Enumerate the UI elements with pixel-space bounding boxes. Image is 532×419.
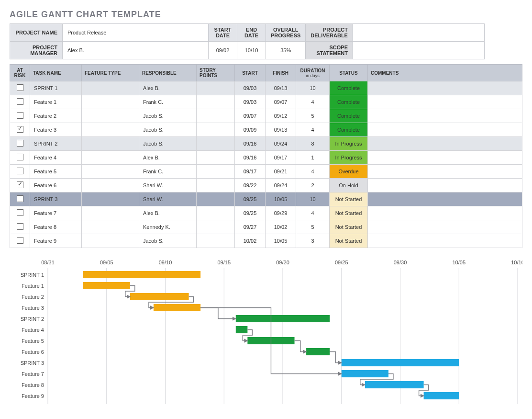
- start-cell[interactable]: 09/22: [235, 179, 266, 193]
- value-start-date[interactable]: 09/02: [209, 42, 237, 59]
- status-cell[interactable]: Not Started: [330, 220, 368, 234]
- at-risk-checkbox[interactable]: [17, 181, 23, 188]
- start-cell[interactable]: 09/25: [235, 193, 266, 206]
- at-risk-checkbox[interactable]: [17, 126, 23, 133]
- status-cell[interactable]: Not Started: [330, 234, 368, 248]
- status-cell[interactable]: Complete: [330, 109, 368, 123]
- status-cell[interactable]: Complete: [330, 95, 368, 109]
- value-end-date[interactable]: 10/10: [237, 42, 266, 59]
- table-row[interactable]: Feature 1Frank C.09/0309/074Complete: [10, 95, 522, 109]
- finish-cell[interactable]: 09/13: [266, 123, 296, 137]
- table-row[interactable]: Feature 2Jacob S.09/0709/125Complete: [10, 109, 522, 123]
- feature-type-cell[interactable]: [82, 137, 139, 151]
- story-points-cell[interactable]: [197, 220, 235, 234]
- feature-type-cell[interactable]: [82, 234, 139, 248]
- comments-cell[interactable]: [368, 206, 522, 220]
- table-row[interactable]: Feature 3Jacob S.09/0909/134Complete: [10, 123, 522, 137]
- responsible-cell[interactable]: Jacob S.: [139, 234, 197, 248]
- start-cell[interactable]: 09/16: [235, 151, 266, 165]
- comments-cell[interactable]: [368, 137, 522, 151]
- status-cell[interactable]: Complete: [330, 81, 368, 95]
- feature-type-cell[interactable]: [82, 193, 139, 206]
- at-risk-checkbox[interactable]: [17, 195, 23, 202]
- at-risk-checkbox[interactable]: [17, 112, 23, 119]
- comments-cell[interactable]: [368, 165, 522, 179]
- status-cell[interactable]: Complete: [330, 123, 368, 137]
- responsible-cell[interactable]: Frank C.: [139, 165, 197, 179]
- value-project-manager[interactable]: Alex B.: [63, 42, 209, 59]
- responsible-cell[interactable]: Alex B.: [139, 206, 197, 220]
- comments-cell[interactable]: [368, 109, 522, 123]
- finish-cell[interactable]: 10/05: [266, 193, 296, 206]
- feature-type-cell[interactable]: [82, 81, 139, 95]
- start-cell[interactable]: 09/03: [235, 81, 266, 95]
- responsible-cell[interactable]: Alex B.: [139, 81, 197, 95]
- responsible-cell[interactable]: Shari W.: [139, 179, 197, 193]
- value-project-deliverable[interactable]: [353, 24, 484, 42]
- start-cell[interactable]: 09/25: [235, 206, 266, 220]
- story-points-cell[interactable]: [197, 137, 235, 151]
- story-points-cell[interactable]: [197, 165, 235, 179]
- status-cell[interactable]: In Progress: [330, 137, 368, 151]
- finish-cell[interactable]: 09/24: [266, 179, 296, 193]
- story-points-cell[interactable]: [197, 151, 235, 165]
- finish-cell[interactable]: 10/05: [266, 234, 296, 248]
- feature-type-cell[interactable]: [82, 123, 139, 137]
- at-risk-checkbox[interactable]: [17, 140, 23, 147]
- at-risk-checkbox[interactable]: [17, 168, 23, 174]
- comments-cell[interactable]: [368, 81, 522, 95]
- table-row[interactable]: Feature 5Frank C.09/1709/214Overdue: [10, 165, 522, 179]
- story-points-cell[interactable]: [197, 81, 235, 95]
- at-risk-checkbox[interactable]: [17, 223, 23, 230]
- value-scope-statement[interactable]: [353, 42, 484, 59]
- feature-type-cell[interactable]: [82, 220, 139, 234]
- status-cell[interactable]: Not Started: [330, 206, 368, 220]
- comments-cell[interactable]: [368, 220, 522, 234]
- feature-type-cell[interactable]: [82, 179, 139, 193]
- table-row[interactable]: Feature 8Kennedy K.09/2710/025Not Starte…: [10, 220, 522, 234]
- finish-cell[interactable]: 09/24: [266, 137, 296, 151]
- value-overall-progress[interactable]: 35%: [266, 42, 306, 59]
- story-points-cell[interactable]: [197, 109, 235, 123]
- responsible-cell[interactable]: Alex B.: [139, 151, 197, 165]
- responsible-cell[interactable]: Kennedy K.: [139, 220, 197, 234]
- at-risk-checkbox[interactable]: [17, 84, 23, 91]
- start-cell[interactable]: 09/17: [235, 165, 266, 179]
- feature-type-cell[interactable]: [82, 151, 139, 165]
- finish-cell[interactable]: 09/21: [266, 165, 296, 179]
- comments-cell[interactable]: [368, 123, 522, 137]
- start-cell[interactable]: 10/02: [235, 234, 266, 248]
- status-cell[interactable]: Overdue: [330, 165, 368, 179]
- finish-cell[interactable]: 09/12: [266, 109, 296, 123]
- story-points-cell[interactable]: [197, 193, 235, 206]
- comments-cell[interactable]: [368, 95, 522, 109]
- comments-cell[interactable]: [368, 234, 522, 248]
- comments-cell[interactable]: [368, 151, 522, 165]
- finish-cell[interactable]: 09/07: [266, 95, 296, 109]
- at-risk-checkbox[interactable]: [17, 154, 23, 160]
- table-row[interactable]: SPRINT 3Shari W.09/2510/0510Not Started: [10, 193, 522, 206]
- feature-type-cell[interactable]: [82, 165, 139, 179]
- story-points-cell[interactable]: [197, 234, 235, 248]
- status-cell[interactable]: In Progress: [330, 151, 368, 165]
- status-cell[interactable]: On Hold: [330, 179, 368, 193]
- table-row[interactable]: SPRINT 1Alex B.09/0309/1310Complete: [10, 81, 522, 95]
- story-points-cell[interactable]: [197, 95, 235, 109]
- story-points-cell[interactable]: [197, 206, 235, 220]
- start-cell[interactable]: 09/16: [235, 137, 266, 151]
- table-row[interactable]: Feature 7Alex B.09/2509/294Not Started: [10, 206, 522, 220]
- start-cell[interactable]: 09/09: [235, 123, 266, 137]
- responsible-cell[interactable]: Shari W.: [139, 193, 197, 206]
- value-project-name[interactable]: Product Release: [63, 24, 209, 42]
- story-points-cell[interactable]: [197, 179, 235, 193]
- responsible-cell[interactable]: Jacob S.: [139, 123, 197, 137]
- feature-type-cell[interactable]: [82, 206, 139, 220]
- feature-type-cell[interactable]: [82, 109, 139, 123]
- story-points-cell[interactable]: [197, 123, 235, 137]
- status-cell[interactable]: Not Started: [330, 193, 368, 206]
- responsible-cell[interactable]: Jacob S.: [139, 109, 197, 123]
- finish-cell[interactable]: 09/29: [266, 206, 296, 220]
- table-row[interactable]: Feature 4Alex B.09/1609/171In Progress: [10, 151, 522, 165]
- at-risk-checkbox[interactable]: [17, 237, 23, 244]
- at-risk-checkbox[interactable]: [17, 209, 23, 216]
